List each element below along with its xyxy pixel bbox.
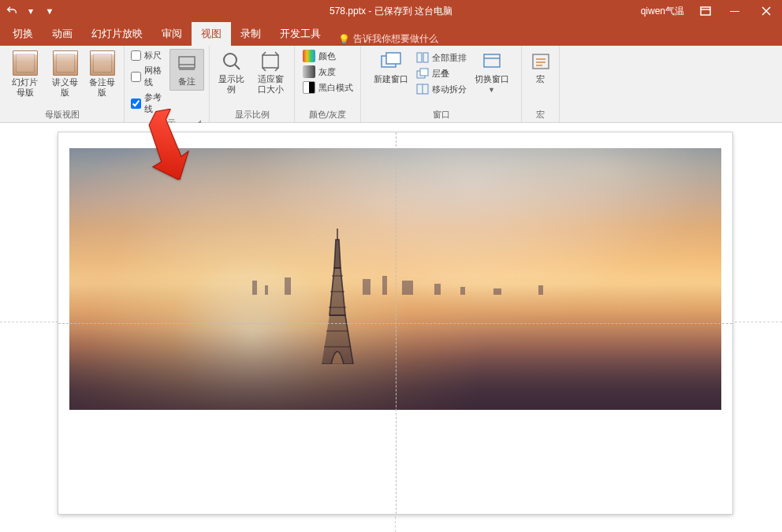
macros-button[interactable]: 宏 — [526, 49, 556, 86]
switch-windows-button[interactable]: 切换窗口 ▼ — [471, 49, 512, 95]
qat-dropdown-icon[interactable]: ▾ — [22, 2, 39, 20]
tab-record[interactable]: 录制 — [231, 22, 270, 46]
notes-master-icon — [90, 50, 115, 76]
undo-button-icon[interactable] — [3, 2, 20, 20]
slide-editor-workspace[interactable] — [0, 123, 782, 532]
slide-guides — [58, 132, 732, 514]
ribbon-tabs: 切换 动画 幻灯片放映 审阅 视图 录制 开发工具 💡 告诉我你想要做什么 — [0, 22, 782, 46]
save-status: 已保存到 这台电脑 — [374, 6, 452, 17]
window-title: 578.pptx - 已保存到 这台电脑 — [330, 5, 452, 18]
fit-window-icon — [259, 50, 282, 73]
gridlines-checkbox-input[interactable] — [131, 72, 141, 82]
guide-extension-left — [0, 322, 58, 322]
group-zoom-label: 显示比例 — [214, 107, 289, 121]
svg-rect-7 — [423, 53, 428, 62]
account-name[interactable]: qiwen气温 — [633, 0, 692, 22]
group-macros-label: 宏 — [527, 107, 554, 121]
slide-master-button[interactable]: 幻灯片母版 — [5, 49, 45, 99]
switch-windows-icon — [480, 50, 504, 73]
group-window-label: 窗口 — [366, 107, 516, 121]
handout-master-icon — [53, 50, 78, 76]
tab-transitions[interactable]: 切换 — [3, 22, 43, 46]
slide-canvas[interactable] — [58, 132, 732, 514]
svg-rect-11 — [484, 54, 500, 67]
new-window-button[interactable]: 新建窗口 — [371, 49, 411, 86]
qat-overflow-icon[interactable]: ▼ — [41, 2, 58, 20]
svg-rect-6 — [417, 53, 422, 62]
tab-slideshow[interactable]: 幻灯片放映 — [82, 22, 152, 46]
tell-me-search[interactable]: 💡 告诉我你想要做什么 — [330, 32, 446, 46]
cascade-button[interactable]: 层叠 — [415, 66, 468, 80]
document-filename: 578.pptx — [330, 6, 366, 17]
gridlines-checkbox[interactable]: 网格线 — [129, 64, 163, 89]
ruler-checkbox[interactable]: 标尺 — [129, 49, 163, 62]
macros-icon — [529, 50, 553, 73]
group-color-label: 颜色/灰度 — [300, 107, 356, 121]
move-split-button[interactable]: 移动拆分 — [415, 82, 468, 96]
close-button[interactable] — [750, 0, 782, 22]
guide-extension-right — [735, 322, 782, 322]
handout-master-button[interactable]: 讲义母版 — [48, 49, 82, 99]
svg-rect-9 — [420, 69, 428, 76]
bw-mode-button[interactable]: 黑白模式 — [301, 80, 355, 95]
tab-view[interactable]: 视图 — [192, 22, 231, 46]
svg-point-2 — [224, 54, 236, 66]
ruler-checkbox-input[interactable] — [131, 50, 141, 61]
notes-master-button[interactable]: 备注母版 — [85, 49, 119, 99]
tab-review[interactable]: 审阅 — [152, 22, 192, 46]
guides-checkbox[interactable]: 参考线 — [129, 91, 163, 116]
svg-rect-1 — [179, 57, 195, 68]
svg-rect-3 — [263, 55, 278, 68]
notes-icon — [175, 53, 199, 75]
svg-rect-0 — [701, 7, 710, 15]
arrange-all-icon — [416, 51, 429, 64]
ribbon-display-options-icon[interactable] — [692, 0, 719, 22]
fit-window-button[interactable]: 适应窗口大小 — [252, 49, 289, 96]
tab-developer[interactable]: 开发工具 — [270, 22, 330, 46]
ribbon: 幻灯片母版 讲义母版 备注母版 母版视图 标尺 网格线 参考线 备注 — [0, 46, 782, 123]
svg-rect-5 — [386, 53, 400, 64]
lightbulb-icon: 💡 — [338, 34, 350, 45]
minimize-button[interactable]: — — [719, 0, 750, 22]
guides-checkbox-input[interactable] — [131, 99, 141, 109]
new-window-icon — [379, 50, 403, 73]
color-mode-button[interactable]: 颜色 — [301, 49, 355, 63]
grayscale-mode-button[interactable]: 灰度 — [301, 65, 355, 79]
color-icon — [303, 50, 315, 62]
guide-horizontal-center[interactable] — [58, 323, 732, 324]
group-master-views-label: 母版视图 — [5, 107, 119, 121]
arrange-all-button[interactable]: 全部重排 — [415, 50, 468, 65]
notes-button[interactable]: 备注 — [169, 49, 204, 91]
bw-icon — [303, 81, 315, 94]
cascade-icon — [416, 67, 429, 80]
titlebar: ▾ ▼ 578.pptx - 已保存到 这台电脑 qiwen气温 — — [0, 0, 782, 22]
svg-rect-12 — [533, 54, 549, 69]
slide-master-icon — [13, 50, 38, 76]
zoom-icon — [220, 50, 244, 73]
zoom-button[interactable]: 显示比例 — [214, 49, 249, 96]
guide-extension-below — [395, 512, 396, 532]
tab-animation[interactable]: 动画 — [43, 22, 82, 46]
qat: ▾ ▼ — [0, 2, 61, 20]
move-split-icon — [416, 83, 429, 95]
grayscale-icon — [303, 65, 315, 78]
